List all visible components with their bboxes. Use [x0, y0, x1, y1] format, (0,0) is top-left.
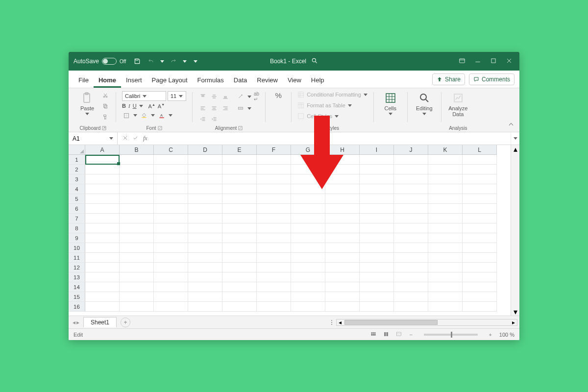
font-color-icon[interactable]: A — [157, 111, 166, 120]
column-header-F[interactable]: F — [257, 145, 291, 155]
row-header-7[interactable]: 7 — [69, 214, 85, 223]
cell-I15[interactable] — [360, 292, 394, 302]
cell-D10[interactable] — [188, 243, 222, 253]
cell-E2[interactable] — [222, 165, 257, 174]
cell-G10[interactable] — [291, 243, 325, 253]
cancel-icon[interactable] — [122, 135, 128, 142]
cell-B3[interactable] — [120, 174, 154, 184]
collapse-ribbon-icon[interactable] — [508, 121, 514, 128]
cell-J16[interactable] — [394, 302, 428, 312]
cell-A8[interactable] — [85, 223, 120, 233]
cell-C4[interactable] — [154, 184, 188, 194]
format-painter-icon[interactable] — [101, 113, 110, 122]
cell-H10[interactable] — [325, 243, 360, 253]
cell-B10[interactable] — [120, 243, 154, 253]
scroll-up-icon[interactable]: ▴ — [511, 145, 519, 153]
cell-C15[interactable] — [154, 292, 188, 302]
cells-area[interactable] — [85, 155, 497, 312]
cell-A3[interactable] — [85, 174, 120, 184]
cell-G6[interactable] — [291, 204, 325, 214]
cell-C11[interactable] — [154, 253, 188, 263]
column-header-I[interactable]: I — [360, 145, 394, 155]
cell-B13[interactable] — [120, 272, 154, 282]
cell-C16[interactable] — [154, 302, 188, 312]
hscroll-thumb[interactable] — [344, 320, 438, 325]
column-header-E[interactable]: E — [222, 145, 257, 155]
cell-H13[interactable] — [325, 272, 360, 282]
analyze-data-button[interactable]: AnalyzeData — [447, 91, 469, 118]
cell-E6[interactable] — [222, 204, 257, 214]
cell-C5[interactable] — [154, 194, 188, 204]
new-sheet-button[interactable]: + — [121, 318, 130, 327]
cell-L13[interactable] — [463, 272, 497, 282]
font-name-combo[interactable]: Calibri — [122, 91, 166, 101]
cell-I13[interactable] — [360, 272, 394, 282]
row-header-15[interactable]: 15 — [69, 292, 85, 302]
cell-J6[interactable] — [394, 204, 428, 214]
cell-E3[interactable] — [222, 174, 257, 184]
cell-I14[interactable] — [360, 282, 394, 292]
cell-I2[interactable] — [360, 165, 394, 174]
search-icon[interactable] — [311, 57, 318, 66]
cell-A9[interactable] — [85, 233, 120, 243]
cell-H11[interactable] — [325, 253, 360, 263]
cell-D9[interactable] — [188, 233, 222, 243]
cell-B2[interactable] — [120, 165, 154, 174]
row-header-9[interactable]: 9 — [69, 233, 85, 243]
cell-L9[interactable] — [463, 233, 497, 243]
cell-E11[interactable] — [222, 253, 257, 263]
orientation-icon[interactable] — [236, 92, 245, 101]
horizontal-scrollbar[interactable]: ◂ ▸ — [336, 319, 517, 326]
cell-H4[interactable] — [325, 184, 360, 194]
cell-G2[interactable] — [291, 165, 325, 174]
cell-L14[interactable] — [463, 282, 497, 292]
cell-D16[interactable] — [188, 302, 222, 312]
cell-I3[interactable] — [360, 174, 394, 184]
cell-E7[interactable] — [222, 214, 257, 223]
column-header-B[interactable]: B — [120, 145, 154, 155]
tab-file[interactable]: File — [74, 73, 94, 88]
cell-J4[interactable] — [394, 184, 428, 194]
format-as-table-button[interactable]: Format as Table — [297, 102, 368, 109]
cell-J12[interactable] — [394, 263, 428, 272]
column-header-J[interactable]: J — [394, 145, 428, 155]
cell-G16[interactable] — [291, 302, 325, 312]
sheet-tab-sheet1[interactable]: Sheet1 — [83, 317, 117, 327]
autosave-toggle[interactable]: AutoSave Off — [74, 58, 126, 65]
column-header-C[interactable]: C — [154, 145, 188, 155]
cell-G9[interactable] — [291, 233, 325, 243]
cell-B9[interactable] — [120, 233, 154, 243]
cell-E16[interactable] — [222, 302, 257, 312]
cell-L6[interactable] — [463, 204, 497, 214]
tab-help[interactable]: Help — [306, 73, 329, 88]
cell-F4[interactable] — [257, 184, 291, 194]
cell-K1[interactable] — [428, 155, 463, 165]
cell-I11[interactable] — [360, 253, 394, 263]
row-header-2[interactable]: 2 — [69, 165, 85, 174]
cell-K11[interactable] — [428, 253, 463, 263]
cell-B14[interactable] — [120, 282, 154, 292]
cell-H16[interactable] — [325, 302, 360, 312]
cell-K4[interactable] — [428, 184, 463, 194]
cell-L3[interactable] — [463, 174, 497, 184]
zoom-slider[interactable] — [424, 334, 478, 336]
cell-C2[interactable] — [154, 165, 188, 174]
cell-B15[interactable] — [120, 292, 154, 302]
cell-F3[interactable] — [257, 174, 291, 184]
cell-B7[interactable] — [120, 214, 154, 223]
cell-C9[interactable] — [154, 233, 188, 243]
select-all-corner[interactable] — [69, 145, 85, 155]
cell-J10[interactable] — [394, 243, 428, 253]
save-icon[interactable] — [133, 57, 142, 66]
cell-F16[interactable] — [257, 302, 291, 312]
cell-F13[interactable] — [257, 272, 291, 282]
cell-D3[interactable] — [188, 174, 222, 184]
zoom-in-button[interactable]: + — [488, 332, 493, 338]
cell-A2[interactable] — [85, 165, 120, 174]
cell-L11[interactable] — [463, 253, 497, 263]
prev-sheet-icon[interactable]: ◂ — [73, 319, 75, 326]
copy-icon[interactable] — [101, 102, 110, 111]
cell-H9[interactable] — [325, 233, 360, 243]
cell-K9[interactable] — [428, 233, 463, 243]
cell-H12[interactable] — [325, 263, 360, 272]
